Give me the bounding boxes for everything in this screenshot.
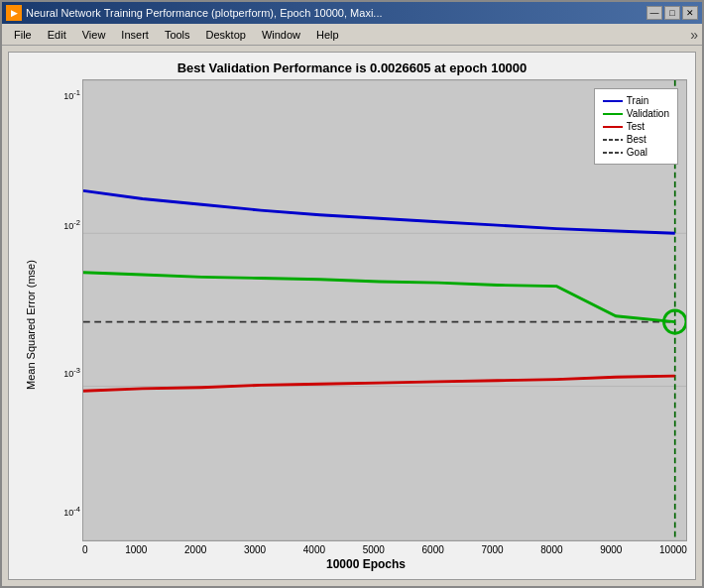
plot-area: Train Validation Test [82, 79, 687, 541]
chart-title: Best Validation Performance is 0.0026605… [17, 60, 687, 75]
legend-test: Test [603, 121, 669, 132]
y-tick-3: 10-3 [63, 366, 80, 379]
main-window: ▶ Neural Network Training Performance (p… [0, 0, 704, 588]
menu-edit[interactable]: Edit [40, 27, 74, 43]
close-button[interactable]: ✕ [682, 6, 698, 20]
app-icon: ▶ [6, 5, 22, 21]
x-tick-9000: 9000 [600, 544, 622, 555]
x-tick-2000: 2000 [184, 544, 206, 555]
menu-window[interactable]: Window [254, 27, 308, 43]
x-tick-10000: 10000 [659, 544, 687, 555]
menu-bar: File Edit View Insert Tools Desktop Wind… [2, 24, 702, 46]
legend-best: Best [603, 134, 669, 145]
legend-test-label: Test [627, 121, 645, 132]
legend-best-label: Best [627, 134, 646, 145]
menu-help[interactable]: Help [308, 27, 347, 43]
legend-best-icon [603, 135, 623, 145]
x-tick-1000: 1000 [125, 544, 147, 555]
x-tick-4000: 4000 [303, 544, 325, 555]
legend-train-label: Train [627, 95, 648, 106]
legend-goal-label: Goal [627, 147, 647, 158]
legend-goal-icon [603, 148, 623, 158]
x-axis-label: 10000 Epochs [45, 557, 687, 571]
x-tick-5000: 5000 [363, 544, 385, 555]
x-tick-8000: 8000 [540, 544, 562, 555]
x-tick-6000: 6000 [422, 544, 444, 555]
menu-file[interactable]: File [6, 27, 40, 43]
menu-arrow: » [690, 27, 698, 43]
chart-legend: Train Validation Test [594, 88, 678, 165]
window-title: Neural Network Training Performance (plo… [26, 7, 383, 19]
title-bar: ▶ Neural Network Training Performance (p… [2, 2, 702, 24]
legend-goal: Goal [603, 147, 669, 158]
x-axis-ticks: 0 1000 2000 3000 4000 5000 6000 7000 800… [82, 541, 687, 555]
legend-validation-label: Validation [627, 108, 669, 119]
legend-train-icon [603, 96, 623, 106]
window-controls: — □ ✕ [646, 6, 698, 20]
title-bar-left: ▶ Neural Network Training Performance (p… [6, 5, 383, 21]
legend-validation-icon [603, 109, 623, 119]
x-tick-3000: 3000 [244, 544, 266, 555]
menu-insert[interactable]: Insert [113, 27, 157, 43]
minimize-button[interactable]: — [646, 6, 662, 20]
x-tick-0: 0 [82, 544, 88, 555]
y-tick-1: 10-1 [63, 88, 80, 101]
content-area: Best Validation Performance is 0.0026605… [2, 46, 702, 586]
x-tick-7000: 7000 [481, 544, 503, 555]
y-tick-4: 10-4 [63, 505, 80, 518]
menu-tools[interactable]: Tools [157, 27, 198, 43]
maximize-button[interactable]: □ [664, 6, 680, 20]
legend-test-icon [603, 122, 623, 132]
chart-container: Best Validation Performance is 0.0026605… [8, 52, 696, 580]
y-axis-label: Mean Squared Error (mse) [17, 79, 45, 571]
legend-validation: Validation [603, 108, 669, 119]
chart-body: Mean Squared Error (mse) 10-1 10-2 10-3 … [17, 79, 687, 571]
legend-train: Train [603, 95, 669, 106]
chart-inner: 10-1 10-2 10-3 10-4 [45, 79, 687, 571]
plot-area-wrapper: 10-1 10-2 10-3 10-4 [45, 79, 687, 571]
menu-view[interactable]: View [74, 27, 114, 43]
menu-desktop[interactable]: Desktop [198, 27, 254, 43]
y-tick-2: 10-2 [63, 218, 80, 231]
